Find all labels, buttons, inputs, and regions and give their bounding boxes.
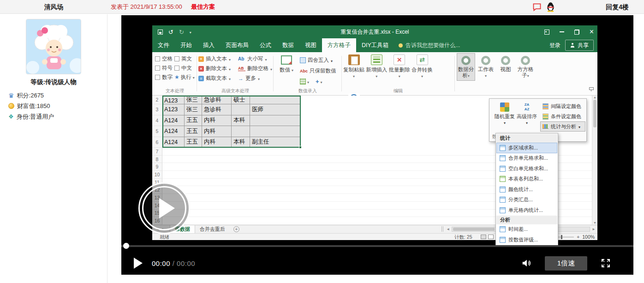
avatar[interactable]	[26, 19, 81, 74]
scrollbar-thumb[interactable]	[453, 228, 495, 231]
remove-space-label: 删除空格	[247, 65, 268, 72]
tell-me-box[interactable]: 告诉我您想要做什么...	[399, 38, 460, 52]
sheet-tab-merged[interactable]: 合并去重后	[195, 225, 230, 233]
checkbox-symbol[interactable]: 符号	[155, 65, 174, 72]
checkbox-icon[interactable]	[174, 56, 179, 61]
tab-file[interactable]: 文件	[152, 38, 175, 52]
menu-item-time-difference[interactable]: 时间差...	[496, 224, 557, 235]
menu-item-color-statistics[interactable]: 颜色统计...	[496, 184, 557, 195]
reply-floor-link[interactable]: 回复4楼	[606, 0, 629, 14]
tab-formulas[interactable]: 公式	[254, 38, 277, 52]
play-button[interactable]	[134, 258, 143, 269]
progress-handle[interactable]	[123, 243, 129, 249]
playback-speed-button[interactable]: 1倍速	[545, 256, 587, 271]
checkbox-icon[interactable]	[174, 66, 179, 71]
row-header[interactable]: 5	[152, 126, 162, 137]
scrollbar-thumb[interactable]	[593, 100, 596, 127]
tab-insert[interactable]: 插入	[197, 38, 220, 52]
fullscreen-icon[interactable]	[600, 258, 611, 269]
chevron-down-icon	[292, 67, 293, 72]
tab-home[interactable]: 开始	[175, 38, 197, 52]
zoom-level[interactable]: 100%	[582, 234, 595, 240]
vertical-scrollbar[interactable]: ▲▼	[592, 96, 597, 225]
checkbox-icon[interactable]	[155, 75, 160, 80]
row-header[interactable]: 8	[152, 156, 162, 163]
row-header[interactable]: 9	[152, 163, 162, 171]
menu-item-multi-range-sum[interactable]: 多区域求和...	[496, 143, 557, 153]
case-button[interactable]: 大小写	[238, 54, 272, 64]
row-header[interactable]: 3	[152, 104, 162, 115]
row-header[interactable]: 6	[152, 137, 162, 148]
ribbon-display-options-icon[interactable]	[544, 30, 549, 35]
grid-dropdown-button[interactable]	[300, 78, 309, 84]
random-repeat-icon	[500, 102, 509, 112]
rounding-button[interactable]: 四舍五入	[300, 55, 336, 66]
ribbon-pin-icon[interactable]	[589, 86, 594, 91]
video-progress-bar[interactable]	[121, 245, 633, 247]
menu-item-classified-summary[interactable]: 分类汇总...	[496, 195, 557, 205]
interval-color-item[interactable]: 间隔设定颜色	[540, 101, 585, 111]
row-header[interactable]: 7	[152, 148, 162, 156]
tab-fangfanggezi[interactable]: 方方格子	[322, 38, 356, 52]
volume-icon[interactable]	[521, 258, 532, 268]
row-header[interactable]: 2	[152, 96, 162, 104]
copy-paste-button[interactable]: 复制粘贴	[343, 52, 364, 91]
worksheet-button[interactable]: 工作表	[477, 53, 495, 81]
menu-item-rate-by-value[interactable]: 按数值评级...	[496, 235, 557, 245]
message-icon[interactable]	[532, 2, 542, 12]
minimize-icon[interactable]	[560, 31, 564, 32]
scroll-left-icon[interactable]: ◄	[446, 227, 450, 231]
checkbox-icon[interactable]	[155, 66, 160, 71]
checkbox-space[interactable]: 空格	[155, 55, 174, 62]
batch-delete-button[interactable]: 批量删除	[389, 52, 410, 91]
login-button[interactable]: 登录	[549, 42, 561, 49]
fangfanggezi-button[interactable]: 方方格子	[516, 53, 535, 81]
checkbox-chinese[interactable]: 中文	[174, 65, 194, 72]
merge-convert-button[interactable]: 合并转换	[411, 52, 433, 91]
video-player[interactable]: 重复值合并去重.xlsx - Excel × 文件 开始 插入 页面布局 公式 …	[121, 15, 633, 275]
insert-rows-button[interactable]: 新增插入	[366, 52, 387, 91]
remove-space-button[interactable]: 删除空格	[238, 64, 272, 73]
row-header[interactable]: 10	[152, 171, 162, 179]
menu-item-in-cell-statistics[interactable]: 单元格内统计...	[496, 205, 557, 216]
plus-dropdown-button[interactable]	[316, 78, 322, 85]
checkbox-number[interactable]: 数字	[155, 74, 174, 81]
normal-view-icon[interactable]	[481, 235, 486, 239]
remove-space-icon	[238, 66, 245, 71]
random-repeat-button[interactable]: 随机重复	[494, 102, 515, 134]
tab-page-layout[interactable]: 页面布局	[220, 38, 254, 52]
keep-numbers-button[interactable]: 只保留数值	[300, 66, 336, 76]
new-sheet-icon[interactable]	[233, 226, 239, 232]
checkbox-icon[interactable]	[155, 56, 160, 61]
scrollbar-divider[interactable]	[441, 226, 443, 232]
menu-item-column-totals[interactable]: 本表各列总和...	[496, 174, 557, 185]
zoom-in-icon[interactable]	[577, 234, 579, 240]
menu-item-blank-cell-sum[interactable]: 空白单元格求和...	[496, 163, 557, 174]
page-layout-view-icon[interactable]	[488, 235, 494, 239]
scroll-right-icon[interactable]: ►	[592, 227, 596, 231]
data-analysis-button[interactable]: 数据分析	[457, 53, 475, 81]
close-icon[interactable]: ×	[590, 28, 594, 36]
numeric-button[interactable]: 数值	[276, 54, 297, 84]
best-answer-badge[interactable]: 最佳方案	[191, 3, 215, 10]
more-button[interactable]: 更多	[238, 73, 272, 83]
tab-data[interactable]: 数据	[277, 38, 299, 52]
tab-view[interactable]: 视图	[299, 38, 322, 52]
zoom-slider-thumb[interactable]	[561, 235, 562, 239]
extract-text-button[interactable]: 截取文本	[198, 73, 231, 83]
share-button[interactable]: 共享	[565, 40, 594, 51]
play-overlay-button[interactable]	[138, 182, 190, 234]
insert-text-button[interactable]: 插入文本	[198, 54, 231, 64]
menu-item-merged-cell-sum[interactable]: 合并单元格求和...	[496, 153, 557, 164]
row-header[interactable]: 4	[152, 115, 162, 126]
tab-diy-toolbox[interactable]: DIY工具箱	[356, 38, 394, 52]
restore-icon[interactable]	[574, 30, 579, 35]
condition-color-item[interactable]: 条件设定颜色	[540, 111, 585, 121]
delete-text-button[interactable]: 删除文本	[198, 64, 231, 73]
advanced-sort-button[interactable]: 高级排序	[516, 102, 537, 134]
checkbox-english[interactable]: 英文	[174, 55, 194, 62]
view-button[interactable]: 视图	[496, 53, 515, 81]
execute-button[interactable]: 执行	[174, 74, 195, 81]
qq-icon[interactable]	[546, 2, 555, 12]
stats-analysis-item[interactable]: 统计与分析	[540, 121, 585, 132]
